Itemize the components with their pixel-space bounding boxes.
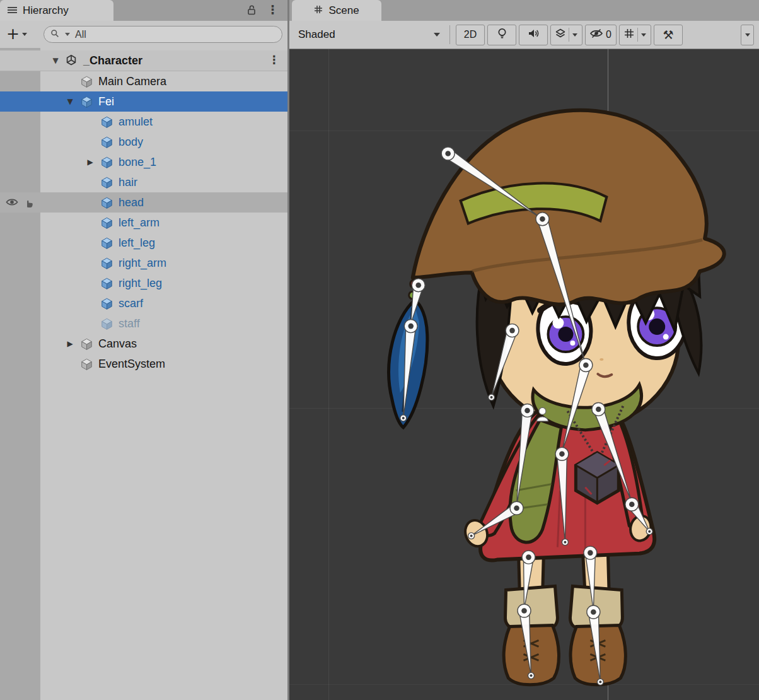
hierarchy-item-label: body <box>119 136 143 149</box>
scene-viewport[interactable] <box>289 49 759 700</box>
kebab-menu-icon[interactable]: ⋮ <box>269 53 280 66</box>
indent-spacer <box>40 102 62 102</box>
scene-canvas <box>289 49 759 700</box>
hierarchy-item-label: Canvas <box>98 337 137 351</box>
overflow-dropdown[interactable] <box>741 25 754 45</box>
indent-spacer <box>40 303 82 304</box>
indent-spacer <box>40 81 62 82</box>
prefab-cube-icon <box>98 216 115 230</box>
hierarchy-row[interactable]: ▶Canvas <box>0 334 289 354</box>
indent-spacer <box>40 182 82 183</box>
hierarchy-row[interactable]: ▼Fei <box>0 91 289 112</box>
gameobject-cube-icon <box>78 75 95 88</box>
scene-lighting-button[interactable] <box>487 25 516 45</box>
draw-mode-label: Shaded <box>298 28 335 41</box>
scene-toolbar: Shaded 2D 0 <box>289 21 759 49</box>
prefab-cube-icon <box>98 317 115 330</box>
prefab-cube-icon <box>98 257 115 270</box>
hierarchy-item-label: hair <box>119 176 137 189</box>
hidden-objects-button[interactable]: 0 <box>585 25 617 45</box>
expand-arrow-icon[interactable]: ▶ <box>62 339 78 348</box>
eye-off-icon <box>590 28 603 41</box>
hierarchy-row[interactable]: hair <box>0 172 289 192</box>
hierarchy-row[interactable]: ▶bone_1 <box>0 152 289 172</box>
hierarchy-row[interactable]: staff <box>0 313 289 334</box>
hierarchy-panel: Hierarchy ⋮ + All ▼ _Character ⋮ Main Ca… <box>0 0 289 700</box>
gameobject-cube-icon <box>78 337 95 351</box>
search-input[interactable]: All <box>43 26 282 43</box>
prefab-cube-icon <box>78 95 95 108</box>
indent-spacer <box>40 283 82 284</box>
hierarchy-row[interactable]: left_arm <box>0 213 289 233</box>
hierarchy-tabstrip: Hierarchy ⋮ <box>0 0 289 21</box>
hierarchy-row[interactable]: body <box>0 132 289 152</box>
prefab-cube-icon <box>98 136 115 149</box>
hierarchy-rows: Main Camera▼Feiamuletbody▶bone_1hairhead… <box>0 71 289 374</box>
lock-icon[interactable] <box>246 4 257 18</box>
indent-spacer <box>40 344 62 344</box>
expand-arrow-icon[interactable]: ▼ <box>62 97 78 106</box>
prefab-cube-icon <box>98 196 115 209</box>
grid-axis-icon <box>624 28 634 41</box>
scene-name-label: _Character <box>83 54 142 67</box>
light-bulb-icon <box>497 28 507 42</box>
expand-arrow-icon[interactable]: ▶ <box>82 158 98 166</box>
hierarchy-item-label: head <box>119 196 144 209</box>
scene-effects-button[interactable] <box>550 25 582 45</box>
scene-audio-button[interactable] <box>519 25 548 45</box>
hierarchy-toolbar: + All <box>0 21 289 48</box>
scene-header-row[interactable]: ▼ _Character ⋮ <box>0 50 289 71</box>
layers-icon <box>555 28 565 41</box>
search-icon <box>50 29 59 40</box>
hidden-count-label: 0 <box>606 29 611 40</box>
create-button[interactable]: + <box>6 26 20 42</box>
grid-icon <box>314 4 323 17</box>
indent-spacer <box>40 364 62 365</box>
prefab-cube-icon <box>98 156 115 169</box>
hierarchy-row[interactable]: Main Camera <box>0 71 289 91</box>
indent-spacer <box>40 162 82 163</box>
character-sprite <box>389 110 724 685</box>
hierarchy-row[interactable]: right_leg <box>0 273 289 293</box>
grid-settings-button[interactable] <box>619 25 651 45</box>
scene-panel: Scene Shaded 2D <box>289 0 759 700</box>
hierarchy-item-label: bone_1 <box>119 156 156 169</box>
audio-speaker-icon <box>528 28 539 41</box>
indent-spacer <box>40 263 82 264</box>
hierarchy-tree: ▼ _Character ⋮ Main Camera▼Feiamuletbody… <box>0 48 289 700</box>
toolbar-separator <box>449 25 450 44</box>
expand-arrow-icon[interactable]: ▼ <box>48 56 63 65</box>
hierarchy-row[interactable]: right_arm <box>0 253 289 273</box>
indent-spacer <box>40 122 82 122</box>
tab-hierarchy[interactable]: Hierarchy <box>0 0 113 21</box>
hierarchy-row[interactable]: left_leg <box>0 233 289 253</box>
create-dropdown-icon[interactable] <box>22 33 27 36</box>
chevron-down-icon[interactable] <box>641 33 646 37</box>
tab-hierarchy-label: Hierarchy <box>23 4 69 17</box>
hierarchy-item-label: Fei <box>98 95 114 108</box>
chevron-down-icon[interactable] <box>572 33 577 37</box>
chevron-down-icon <box>745 33 750 37</box>
tools-button[interactable]: ⚒ <box>654 25 683 45</box>
kebab-menu-icon[interactable]: ⋮ <box>267 3 279 16</box>
hierarchy-row[interactable]: head <box>0 192 289 213</box>
draw-mode-dropdown[interactable]: Shaded <box>294 28 444 41</box>
hierarchy-row[interactable]: EventSystem <box>0 354 289 374</box>
prefab-cube-icon <box>98 297 115 310</box>
hierarchy-item-label: scarf <box>119 297 143 310</box>
hierarchy-row[interactable]: scarf <box>0 293 289 313</box>
indent-spacer <box>40 243 82 243</box>
indent-spacer <box>40 202 82 203</box>
tab-scene[interactable]: Scene <box>292 0 381 21</box>
tab-scene-label: Scene <box>328 4 359 17</box>
panel-divider[interactable] <box>287 0 289 700</box>
hierarchy-item-label: left_arm <box>119 216 159 230</box>
search-filter-dropdown-icon[interactable] <box>65 33 70 36</box>
hierarchy-row[interactable]: amulet <box>0 112 289 132</box>
toggle-2d-button[interactable]: 2D <box>456 25 485 45</box>
tools-icon: ⚒ <box>663 28 673 42</box>
hierarchy-item-label: left_leg <box>119 236 155 250</box>
hamburger-icon <box>8 4 17 17</box>
pickability-hand-icon[interactable] <box>23 197 35 211</box>
visibility-eye-icon[interactable] <box>6 197 18 210</box>
